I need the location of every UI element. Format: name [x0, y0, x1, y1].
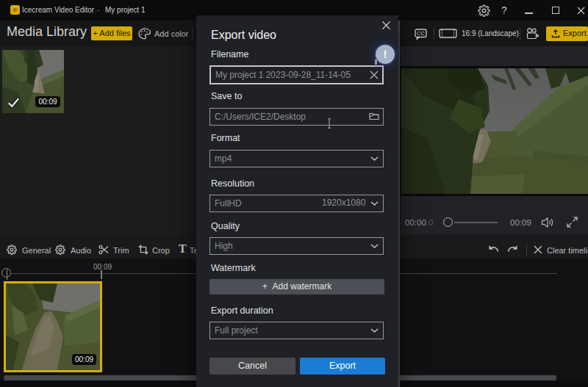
svg-text:CC: CC [417, 30, 425, 37]
